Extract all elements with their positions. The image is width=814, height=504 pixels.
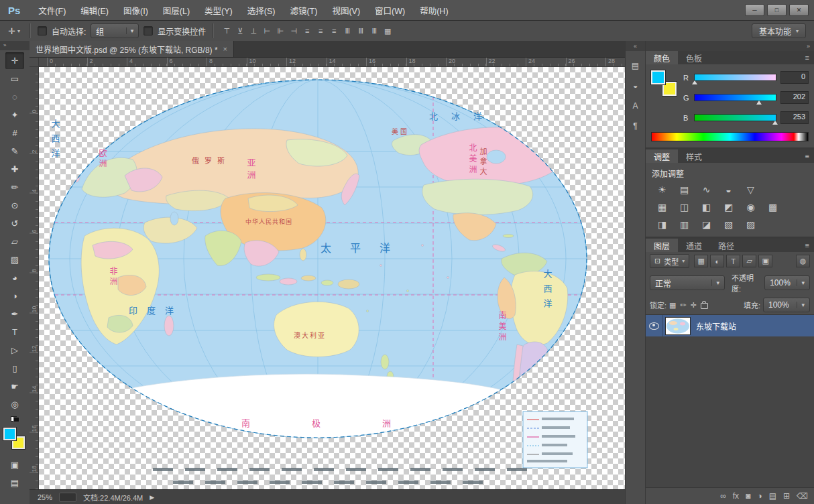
- dodge-tool[interactable]: ◑: [5, 288, 24, 304]
- clone-stamp-tool[interactable]: ⊙: [5, 197, 24, 214]
- blur-tool[interactable]: ◕: [5, 269, 24, 286]
- channel-slider[interactable]: [694, 74, 776, 81]
- color-balance-icon[interactable]: ◫: [676, 200, 693, 214]
- menu-item[interactable]: 类型(Y): [197, 0, 240, 20]
- new-group-icon[interactable]: ▤: [769, 491, 776, 501]
- panel-tab[interactable]: 图层: [646, 239, 678, 252]
- auto-align-layers-icon[interactable]: ▦: [382, 25, 394, 36]
- menu-item[interactable]: 文件(F): [31, 0, 73, 20]
- paragraph-panel-icon[interactable]: ¶: [628, 119, 644, 133]
- distribute-top-edges-icon[interactable]: ≡: [301, 25, 313, 36]
- align-top-edges-icon[interactable]: ⊤: [221, 25, 233, 36]
- link-layers-icon[interactable]: ∞: [720, 491, 726, 501]
- panel-tab[interactable]: 色板: [678, 51, 710, 64]
- align-horizontal-centers-icon[interactable]: ⊩: [274, 25, 286, 36]
- document-tab[interactable]: 世界地图中文版.psd @ 25% (东坡下载站, RGB/8) * ×: [30, 41, 234, 57]
- rectangular-marquee-tool[interactable]: ▭: [5, 70, 24, 87]
- lock-position-icon[interactable]: ✛: [691, 301, 697, 310]
- panel-tab[interactable]: 路径: [710, 239, 742, 252]
- threshold-icon[interactable]: ◪: [698, 218, 715, 231]
- layer-name[interactable]: 东坡下载站: [693, 320, 736, 332]
- character-panel-icon[interactable]: A: [628, 99, 644, 113]
- menu-item[interactable]: 选择(S): [240, 0, 283, 20]
- distribute-right-edges-icon[interactable]: Ⅲ: [368, 25, 380, 36]
- panel-collapse-icon[interactable]: »: [807, 43, 810, 50]
- distribute-horizontal-centers-icon[interactable]: Ⅲ: [355, 25, 367, 36]
- panel-tab[interactable]: 颜色: [646, 51, 678, 64]
- menu-item[interactable]: 帮助(H): [412, 0, 455, 20]
- toolbar-collapse[interactable]: »: [0, 41, 30, 50]
- crop-tool[interactable]: #: [5, 125, 24, 141]
- distribute-vertical-centers-icon[interactable]: ≡: [314, 25, 327, 36]
- adjustment-layer-filter-icon[interactable]: ◐: [710, 255, 724, 267]
- slider-thumb[interactable]: [692, 80, 697, 84]
- lock-transparency-icon[interactable]: ▦: [669, 301, 676, 310]
- auto-select-group-dropdown[interactable]: 组 ▾: [91, 23, 139, 38]
- quick-mask-mode-icon[interactable]: ▣: [5, 456, 24, 473]
- menu-item[interactable]: 图层(L): [156, 0, 197, 20]
- blend-mode-dropdown[interactable]: 正常 ▾: [650, 275, 725, 290]
- maximize-button[interactable]: □: [767, 4, 787, 16]
- eraser-tool[interactable]: ▱: [5, 233, 24, 250]
- status-widget[interactable]: [59, 493, 76, 502]
- screen-mode-icon[interactable]: ▤: [5, 475, 24, 491]
- ruler-corner[interactable]: [30, 58, 39, 67]
- foreground-color-swatch[interactable]: [3, 428, 16, 440]
- add-layer-mask-icon[interactable]: ◙: [746, 491, 750, 501]
- selective-color-icon[interactable]: ▨: [742, 218, 759, 231]
- channel-value[interactable]: 0: [780, 71, 809, 84]
- exposure-icon[interactable]: ◒: [720, 183, 737, 196]
- type-layer-filter-icon[interactable]: T: [726, 255, 740, 267]
- black-white-icon[interactable]: ◧: [698, 200, 715, 214]
- canvas[interactable]: 北冰洋 太平洋 大西洋 大西洋 印度洋 俄罗斯 中华人民共和国 美国 加拿大 澳…: [39, 67, 625, 489]
- opacity-dropdown[interactable]: 100% ▾: [764, 275, 810, 290]
- pixel-layer-filter-icon[interactable]: ▦: [694, 255, 708, 267]
- slider-thumb[interactable]: [756, 101, 762, 105]
- levels-icon[interactable]: ▤: [676, 183, 693, 196]
- filter-toggle-icon[interactable]: ◍: [796, 255, 810, 267]
- zoom-tool[interactable]: ◎: [5, 396, 24, 413]
- menu-item[interactable]: 窗口(W): [367, 0, 412, 20]
- panel-menu-icon[interactable]: ≡: [801, 149, 814, 163]
- zoom-level[interactable]: 25%: [38, 493, 52, 501]
- default-colors-icon[interactable]: [11, 416, 19, 422]
- layer-visibility-toggle[interactable]: [646, 315, 663, 336]
- menu-item[interactable]: 视图(V): [325, 0, 367, 20]
- auto-select-checkbox[interactable]: [38, 26, 47, 36]
- pen-tool[interactable]: ✒: [5, 306, 24, 322]
- close-tab-icon[interactable]: ×: [223, 45, 227, 53]
- path-selection-tool[interactable]: ▷: [5, 342, 24, 359]
- panel-menu-icon[interactable]: ≡: [801, 51, 814, 64]
- lock-pixels-icon[interactable]: ✏: [680, 301, 686, 310]
- rectangle-tool[interactable]: ▯: [5, 360, 24, 377]
- move-tool[interactable]: ✛: [5, 52, 24, 69]
- vibrance-icon[interactable]: ▽: [742, 183, 759, 196]
- properties-panel-icon[interactable]: ▤: [628, 59, 644, 72]
- smart-object-filter-icon[interactable]: ▣: [758, 255, 772, 267]
- channel-value[interactable]: 253: [780, 111, 809, 124]
- layer-thumbnail[interactable]: [663, 316, 693, 336]
- type-tool[interactable]: T: [5, 324, 24, 340]
- invert-icon[interactable]: ◨: [654, 218, 671, 231]
- lock-all-icon[interactable]: [701, 303, 708, 309]
- foreground-color-swatch[interactable]: [651, 70, 665, 84]
- panel-tab[interactable]: 通道: [678, 239, 710, 252]
- panel-menu-icon[interactable]: ≡: [801, 239, 814, 252]
- fill-dropdown[interactable]: 100% ▾: [763, 298, 810, 312]
- menu-item[interactable]: 滤镜(T): [282, 0, 325, 20]
- brightness-contrast-icon[interactable]: ☀: [654, 183, 671, 196]
- menu-item[interactable]: 编辑(E): [73, 0, 116, 20]
- hue-saturation-icon[interactable]: ▦: [654, 200, 671, 214]
- shape-layer-filter-icon[interactable]: ▱: [742, 255, 756, 267]
- tool-preset-picker[interactable]: ✛ ▾: [5, 26, 23, 36]
- align-vertical-centers-icon[interactable]: ⊻: [234, 25, 246, 36]
- channel-slider[interactable]: [694, 94, 776, 101]
- gradient-map-icon[interactable]: ▧: [720, 218, 737, 231]
- panel-tab[interactable]: 调整: [646, 149, 678, 163]
- posterize-icon[interactable]: ▥: [676, 218, 693, 231]
- history-brush-tool[interactable]: ↺: [5, 215, 24, 232]
- info-panel-icon[interactable]: ◒: [628, 79, 644, 92]
- panel-expand-icon[interactable]: «: [626, 41, 645, 51]
- curves-icon[interactable]: ∿: [698, 183, 715, 196]
- distribute-left-edges-icon[interactable]: Ⅲ: [341, 25, 353, 36]
